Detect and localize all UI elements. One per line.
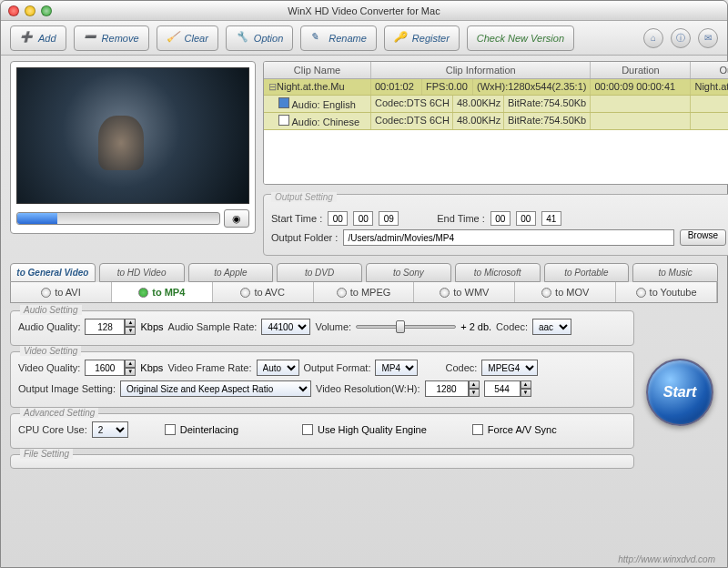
audio-codec-select[interactable]: aac (532, 319, 571, 335)
remove-icon: ➖ (84, 31, 98, 46)
mail-button[interactable]: ✉ (698, 28, 718, 48)
tab-hd-video[interactable]: to HD Video (99, 263, 185, 282)
audio-checkbox[interactable] (278, 97, 289, 108)
option-button[interactable]: 🔧Option (226, 25, 293, 51)
window-title: WinX HD Video Converter for Mac (1, 5, 727, 16)
audio-setting-group: Audio Setting Audio Quality: ▲▼ Kbps Aud… (10, 310, 634, 346)
category-tabs: to General Video to HD Video to Apple to… (10, 263, 718, 282)
start-mm[interactable] (353, 211, 373, 226)
title-bar: WinX HD Video Converter for Mac (1, 1, 727, 21)
tab-mpeg[interactable]: to MPEG (314, 282, 415, 302)
camera-icon: ◉ (232, 213, 241, 225)
down-icon[interactable]: ▼ (125, 327, 136, 335)
end-hh[interactable] (490, 211, 511, 226)
tab-youtube[interactable]: to Youtube (616, 282, 717, 302)
toolbar: ➕Add ➖Remove 🧹Clear 🔧Option ✎Rename 🔑Reg… (1, 21, 727, 56)
info-button[interactable]: ⓘ (671, 28, 691, 48)
tab-portable[interactable]: to Portable (544, 263, 630, 282)
tab-wmv[interactable]: to WMV (414, 282, 515, 302)
end-mm[interactable] (516, 211, 536, 226)
tab-mov[interactable]: to MOV (515, 282, 616, 302)
register-button[interactable]: 🔑Register (384, 25, 460, 51)
audio-rate-select[interactable]: 44100 (261, 319, 310, 335)
output-setting-group: Output Setting Start Time : End Time : O… (263, 194, 728, 256)
start-button[interactable]: Start (646, 359, 713, 426)
format-tabs: to AVI to MP4 to AVC to MPEG to WMV to M… (10, 282, 718, 303)
res-width-input[interactable] (425, 380, 469, 397)
tab-microsoft[interactable]: to Microsoft (455, 263, 541, 282)
home-button[interactable]: ⌂ (643, 28, 663, 48)
tab-mp4[interactable]: to MP4 (112, 282, 213, 302)
tab-music[interactable]: to Music (632, 263, 718, 282)
output-folder-label: Output Folder : (271, 232, 338, 243)
rename-icon: ✎ (310, 31, 325, 46)
add-icon: ➕ (20, 31, 35, 46)
tab-apple[interactable]: to Apple (188, 263, 274, 282)
advanced-setting-group: Advanced Setting CPU Core Use: 2 Deinter… (10, 413, 634, 449)
deinterlacing-checkbox[interactable] (165, 424, 176, 435)
start-hh[interactable] (328, 211, 348, 226)
end-ss[interactable] (541, 211, 561, 226)
video-setting-group: Video Setting Video Quality: ▲▼ Kbps Vid… (10, 351, 634, 408)
video-fps-select[interactable]: Auto (257, 360, 299, 376)
output-folder-input[interactable] (343, 229, 673, 246)
video-preview (16, 67, 249, 204)
rename-button[interactable]: ✎Rename (300, 25, 377, 51)
option-icon: 🔧 (236, 31, 250, 46)
res-height-input[interactable] (484, 380, 521, 397)
clip-row[interactable]: Audio: English Codec:DTS 6CH 48.00KHz Bi… (264, 96, 728, 113)
up-icon[interactable]: ▲ (125, 319, 136, 327)
remove-button[interactable]: ➖Remove (74, 25, 149, 51)
start-ss[interactable] (379, 211, 399, 226)
check-version-button[interactable]: Check New Version (467, 25, 574, 51)
tab-avi[interactable]: to AVI (11, 282, 112, 302)
playback-slider[interactable] (16, 212, 220, 225)
cpu-core-select[interactable]: 2 (92, 421, 128, 438)
start-time-label: Start Time : (271, 213, 322, 224)
clear-button[interactable]: 🧹Clear (157, 25, 218, 51)
footer-link[interactable]: http://www.winxdvd.com (618, 554, 715, 564)
output-format-select[interactable]: MP4 (375, 360, 418, 376)
snapshot-button[interactable]: ◉ (224, 209, 249, 228)
force-sync-checkbox[interactable] (472, 424, 483, 435)
video-codec-select[interactable]: MPEG4 (481, 360, 538, 376)
audio-quality-input[interactable] (85, 319, 125, 335)
clip-list: Clip Name Clip Information Duration Outp… (263, 61, 728, 185)
video-quality-input[interactable] (85, 360, 125, 376)
col-name: Clip Name (264, 62, 371, 78)
volume-slider[interactable] (356, 320, 456, 333)
tab-sony[interactable]: to Sony (366, 263, 451, 282)
col-duration: Duration (591, 62, 691, 78)
preview-panel: ◉ (10, 61, 256, 256)
end-time-label: End Time : (437, 213, 485, 224)
tab-dvd[interactable]: to DVD (277, 263, 362, 282)
hq-engine-checkbox[interactable] (302, 424, 313, 435)
clip-row[interactable]: Audio: Chinese Codec:DTS 6CH 48.00KHz Bi… (264, 113, 728, 130)
browse-button[interactable]: Browse (680, 229, 726, 246)
image-setting-select[interactable]: Original Size and Keep Aspect Ratio (120, 380, 311, 397)
clear-icon: 🧹 (167, 31, 181, 46)
collapse-icon[interactable]: ⊟ (268, 81, 277, 93)
clip-row[interactable]: ⊟Night.at.the.Mu 00:01:02 FPS:0.00 (WxH)… (264, 79, 728, 96)
tab-general-video[interactable]: to General Video (10, 263, 96, 282)
file-setting-group: File Setting (10, 454, 634, 469)
register-icon: 🔑 (394, 31, 409, 46)
col-output: Output (691, 62, 728, 78)
audio-checkbox[interactable] (278, 115, 289, 126)
add-button[interactable]: ➕Add (10, 25, 66, 51)
col-info: Clip Information (371, 62, 591, 78)
tab-avc[interactable]: to AVC (213, 282, 314, 302)
